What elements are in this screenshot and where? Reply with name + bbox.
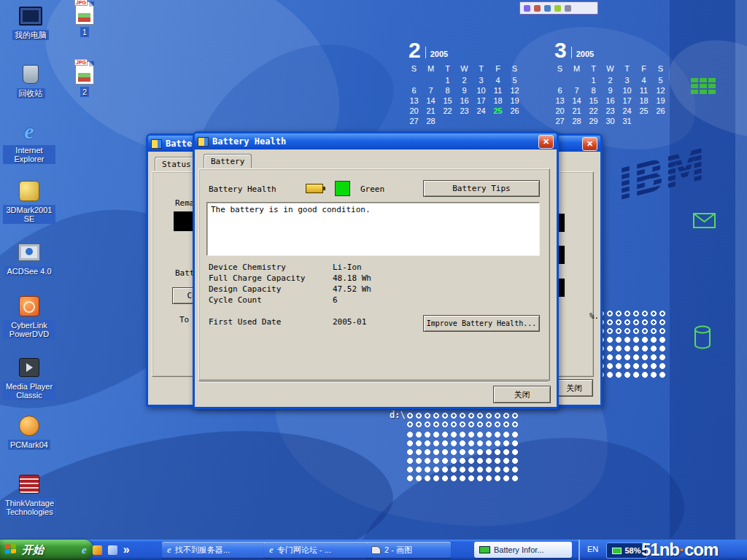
desktop-icon-file-2[interactable]: JPG 2	[67, 61, 102, 98]
desktop-icon-label: ThinkVantage Technologies	[3, 498, 56, 517]
power-icon[interactable]	[544, 5, 551, 12]
battery-health-dialog[interactable]: Battery Health ✕ Battery Battery Health …	[193, 131, 559, 409]
calendar-cell: 6	[551, 86, 568, 96]
task-button-paint[interactable]: 2 - 画图	[366, 542, 451, 558]
desktop-icon-recycle-bin[interactable]: 回收站	[4, 63, 57, 99]
settings-icon[interactable]	[565, 5, 571, 12]
language-indicator[interactable]: EN	[587, 545, 598, 553]
desktop-icon-media-player-classic[interactable]: Media Player Classic	[3, 356, 55, 401]
design-capacity-label: Design Capacity	[209, 284, 281, 294]
my-computer-icon	[19, 7, 42, 26]
calendar-cell: 5	[506, 76, 523, 86]
close-icon[interactable]: ✕	[538, 135, 554, 149]
dot-pattern-right-filled	[597, 335, 667, 379]
desktop-icon-label: 回收站	[17, 88, 45, 98]
calendar-year: 2005	[576, 50, 594, 58]
calendar-cell: 16	[456, 96, 473, 106]
close-button[interactable]: 关闭	[493, 386, 551, 403]
calendar-cell	[422, 76, 439, 86]
task-button-forum[interactable]: e 专门网论坛 - ...	[264, 542, 374, 558]
calendar-month: 3	[554, 41, 567, 60]
tab-status[interactable]: Status	[155, 157, 198, 171]
calendar-day-header: W	[456, 64, 473, 74]
calendar-cell: 13	[551, 96, 568, 106]
desktop-icon-3dmark2001[interactable]: 3DMark2001 SE	[3, 179, 55, 225]
calendar-day-header: F	[635, 64, 652, 74]
desktop-icon-my-computer[interactable]: 我的电脑	[4, 4, 57, 41]
close-button[interactable]: 关闭	[555, 379, 593, 397]
calendar-cell	[568, 76, 585, 86]
calendar-cell	[506, 117, 523, 127]
calendar-cell	[439, 117, 456, 127]
tab-battery[interactable]: Battery	[204, 154, 252, 168]
recycle-bin-icon	[23, 65, 39, 84]
desktop-icon-powerdvd[interactable]: CyberLink PowerDVD	[3, 295, 55, 340]
calendar-cell	[652, 117, 669, 127]
calendar-cell: 18	[635, 96, 652, 106]
desktop-icon-file-1[interactable]: JPG 1	[67, 1, 102, 38]
calendar-cell: 17	[473, 96, 489, 106]
calendar-cell: 21	[568, 106, 585, 117]
calendar-day-headers: SMTWTFS	[406, 64, 523, 74]
calendar-cell	[473, 117, 489, 127]
condition-textbox[interactable]: The battery is in good condition.	[206, 202, 540, 256]
display-icon[interactable]	[534, 5, 541, 12]
calendar-cell: 28	[568, 117, 585, 127]
desktop-icon-acdsee[interactable]: ACDSee 4.0	[3, 241, 55, 277]
battery-health-value: Green	[360, 184, 384, 194]
task-button-label: 专门网论坛 - ...	[277, 545, 331, 556]
desktop-icon-thinkvantage[interactable]: ThinkVantage Technologies	[3, 472, 55, 518]
database-cylinder-icon	[693, 324, 712, 351]
calendar-day-header: T	[439, 64, 456, 74]
calendar-cell: 16	[602, 96, 619, 106]
desktop-icon-label: CyberLink PowerDVD	[3, 320, 55, 339]
internet-explorer-icon: e	[269, 544, 274, 556]
cycle-count-label: Cycle Count	[209, 295, 262, 305]
battery-icon	[479, 546, 490, 553]
quick-launch-overflow-chevron[interactable]: »	[123, 543, 130, 556]
battery-percent: 58%	[624, 546, 640, 555]
calendar-cell: 25	[635, 106, 652, 117]
calendar-cell: 19	[652, 96, 669, 106]
task-button-server-not-found[interactable]: e 找不到服务器...	[162, 542, 271, 558]
gauge-block	[174, 211, 193, 231]
calendar-day-headers: SMTWTFS	[551, 64, 669, 74]
keyboard-icon[interactable]	[554, 5, 561, 12]
calendar-cell: 23	[456, 106, 473, 117]
calendar-cell: 7	[568, 86, 585, 96]
dialog-title-bar[interactable]: Battery Health ✕	[195, 133, 557, 149]
calendar-cell: 25	[489, 106, 506, 117]
calendar-day-header: S	[551, 64, 568, 74]
media-player-icon[interactable]	[93, 545, 102, 555]
calendar-cell: 8	[439, 86, 456, 96]
dot-pattern-right-hollow	[597, 309, 667, 335]
calendar-cell: 18	[489, 96, 506, 106]
desktop-icon-pcmark04[interactable]: PCMark04	[3, 414, 55, 451]
powerdvd-icon	[19, 296, 39, 316]
task-button-battery-information[interactable]: Battery Infor...	[474, 542, 572, 558]
internet-explorer-icon[interactable]: e	[82, 544, 87, 556]
calendar-march: 3 2005 SMTWTFS 1234567891011121314151617…	[551, 41, 669, 127]
taskbar: 开始 e » e 找不到服务器... e 专门网论坛 - ... 2 - 画图 …	[0, 540, 747, 560]
calendar-cell: 8	[585, 86, 602, 96]
calendar-cell: 4	[489, 76, 506, 86]
calendar-day-header: T	[619, 64, 635, 74]
calendar-cell: 5	[652, 76, 669, 86]
desktop-icon-internet-explorer[interactable]: e Internet Explorer	[3, 120, 55, 165]
watermark-text: 51nb	[641, 540, 679, 559]
calendar-day-header: S	[652, 64, 669, 74]
calendar-cell: 14	[422, 96, 439, 106]
battery-tips-button[interactable]: Battery Tips	[423, 180, 540, 197]
calendar-cell: 3	[473, 76, 489, 86]
calendar-cell: 2	[456, 76, 473, 86]
start-button[interactable]: 开始	[0, 540, 93, 560]
improve-battery-health-button[interactable]: Improve Battery Health...	[423, 315, 540, 332]
calendar-cell: 28	[422, 117, 439, 127]
task-button-label: 找不到服务器...	[175, 545, 230, 556]
close-icon[interactable]: ✕	[582, 137, 597, 151]
calendar-day-header: M	[422, 64, 439, 74]
volume-icon[interactable]	[524, 5, 530, 12]
acdsee-icon	[18, 244, 40, 261]
show-desktop-icon[interactable]	[108, 545, 117, 555]
drive-label: d:\	[390, 410, 406, 420]
